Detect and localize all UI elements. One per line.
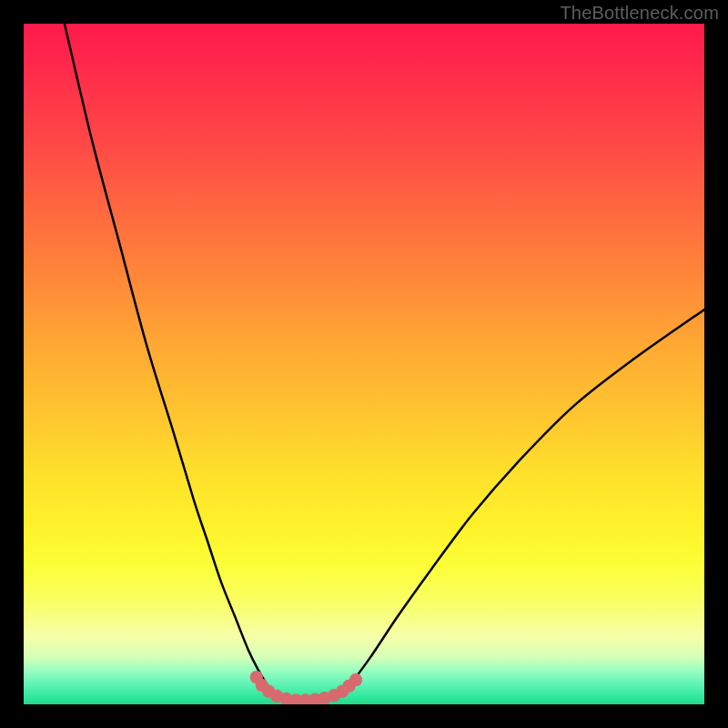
valley-markers <box>250 671 363 704</box>
left-curve <box>65 24 276 698</box>
curve-group <box>65 24 704 701</box>
plot-area <box>24 24 704 704</box>
chart-svg <box>24 24 704 704</box>
watermark-text: TheBottleneck.com <box>560 3 719 24</box>
right-curve <box>337 309 704 697</box>
chart-frame: TheBottleneck.com <box>0 0 728 728</box>
valley-marker-dot <box>349 673 362 686</box>
